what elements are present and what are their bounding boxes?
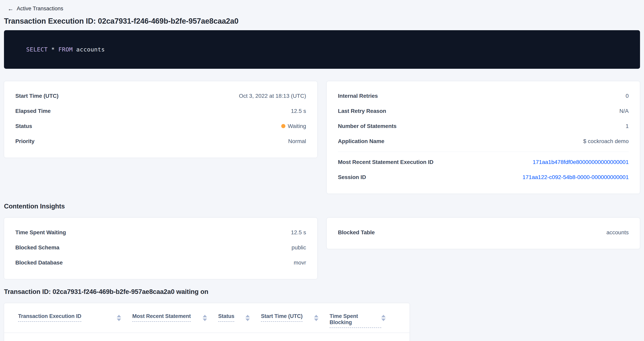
column-header-status[interactable]: Status	[218, 303, 261, 333]
row-value: 1	[626, 123, 629, 129]
row-label: Elapsed Time	[15, 108, 51, 114]
summary-row-statement-execution-id: Most Recent Statement Execution ID 171aa…	[338, 155, 629, 170]
summary-cards-row: Start Time (UTC) Oct 3, 2022 at 18:13 (U…	[4, 81, 640, 194]
column-header-transaction-execution-id[interactable]: Transaction Execution ID	[18, 303, 132, 333]
row-label: Time Spent Waiting	[15, 229, 66, 236]
sort-icon	[246, 315, 250, 321]
contention-left-card: Time Spent Waiting 12.5 s Blocked Schema…	[4, 218, 318, 279]
row-label: Blocked Schema	[15, 244, 59, 251]
contention-row-blocked-database: Blocked Database movr	[15, 255, 306, 270]
row-value: 0	[626, 93, 629, 99]
row-label: Application Name	[338, 138, 384, 144]
column-label: Time Spent Blocking	[330, 313, 381, 328]
table-header-row: Transaction Execution ID Most Recent Sta…	[4, 303, 410, 333]
row-label: Session ID	[338, 174, 366, 180]
summary-row-priority: Priority Normal	[15, 134, 306, 149]
column-label: Transaction Execution ID	[18, 313, 81, 322]
column-label: Status	[218, 313, 234, 322]
column-label: Start Time (UTC)	[261, 313, 302, 322]
summary-row-start-time: Start Time (UTC) Oct 3, 2022 at 18:13 (U…	[15, 88, 306, 103]
statement-execution-id-link[interactable]: 171aa1b478fdf0e80000000000000001	[532, 159, 629, 165]
column-header-start-time[interactable]: Start Time (UTC)	[261, 303, 330, 333]
back-arrow-icon: ←	[8, 6, 14, 12]
back-link-label: Active Transactions	[17, 5, 63, 12]
row-value: public	[292, 244, 306, 251]
transaction-summary-card: Start Time (UTC) Oct 3, 2022 at 18:13 (U…	[4, 81, 318, 158]
row-label: Last Retry Reason	[338, 108, 386, 114]
row-label: Most Recent Statement Execution ID	[338, 159, 434, 165]
contention-row-time-spent-waiting: Time Spent Waiting 12.5 s	[15, 225, 306, 240]
transaction-details-page: ← Active Transactions Transaction Execut…	[0, 0, 644, 341]
sql-statement-box: SELECT * FROM accounts	[4, 30, 640, 69]
cell-time-spent-blocking: 12.5 s	[330, 333, 397, 341]
card-divider	[338, 152, 629, 152]
column-label: Most Recent Statement	[132, 313, 191, 322]
row-label: Priority	[15, 138, 34, 144]
sort-icon	[203, 315, 207, 321]
summary-row-last-retry-reason: Last Retry Reason N/A	[338, 103, 629, 119]
summary-row-number-of-statements: Number of Statements 1	[338, 119, 629, 134]
contention-row-blocked-table: Blocked Table accounts	[338, 225, 629, 240]
sql-keyword: FROM	[58, 46, 73, 53]
row-label: Status	[15, 123, 32, 129]
waiting-on-table: Transaction Execution ID Most Recent Sta…	[4, 303, 410, 341]
column-header-time-spent-blocking[interactable]: Time Spent Blocking	[330, 303, 397, 333]
contention-row-blocked-schema: Blocked Schema public	[15, 240, 306, 255]
sql-text: accounts	[72, 46, 105, 53]
column-header-most-recent-statement[interactable]: Most Recent Statement	[132, 303, 218, 333]
summary-row-internal-retries: Internal Retries 0	[338, 88, 629, 103]
row-value: accounts	[606, 229, 629, 236]
row-value: Oct 3, 2022 at 18:13 (UTC)	[239, 93, 306, 99]
back-to-active-transactions-link[interactable]: ← Active Transactions	[8, 5, 63, 12]
summary-row-status: Status Waiting	[15, 119, 306, 134]
contention-insights-heading: Contention Insights	[4, 203, 640, 210]
waiting-status-dot-icon	[281, 124, 286, 128]
contention-right-card: Blocked Table accounts	[326, 218, 640, 249]
row-label: Internal Retries	[338, 93, 378, 99]
status-value: Waiting	[281, 123, 306, 129]
sql-text: *	[48, 46, 58, 53]
sort-icon	[381, 315, 386, 321]
cell-most-recent-statement: SHOW database	[132, 333, 218, 341]
summary-row-application-name: Application Name $ cockroach demo	[338, 134, 629, 149]
row-value: movr	[294, 260, 306, 266]
row-value: N/A	[619, 108, 629, 114]
row-value: Normal	[288, 138, 306, 144]
waiting-on-heading: Transaction ID: 02ca7931-f246-469b-b2fe-…	[4, 288, 640, 296]
row-label: Blocked Database	[15, 260, 63, 266]
table-row: b8d7d03a-d497-446b-8474-e50846674768 SHO…	[4, 333, 410, 341]
summary-row-session-id: Session ID 171aa122-c092-54b8-0000-00000…	[338, 170, 629, 185]
contention-cards-row: Time Spent Waiting 12.5 s Blocked Schema…	[4, 218, 640, 279]
row-label: Start Time (UTC)	[15, 93, 58, 99]
session-id-link[interactable]: 171aa122-c092-54b8-0000-000000000001	[522, 174, 629, 180]
summary-row-elapsed-time: Elapsed Time 12.5 s	[15, 103, 306, 119]
row-label: Number of Statements	[338, 123, 396, 129]
sort-icon	[314, 315, 318, 321]
cell-transaction-execution-id: b8d7d03a-d497-446b-8474-e50846674768	[18, 333, 132, 341]
cell-status: Executing	[218, 333, 261, 341]
row-label: Blocked Table	[338, 229, 375, 236]
sort-icon	[117, 315, 121, 321]
page-title: Transaction Execution ID: 02ca7931-f246-…	[4, 17, 640, 25]
row-value: $ cockroach demo	[583, 138, 629, 144]
execution-summary-card: Internal Retries 0 Last Retry Reason N/A…	[326, 81, 640, 194]
sql-keyword: SELECT	[26, 46, 48, 53]
cell-start-time: Oct 03, 2022 at 18:12	[261, 333, 330, 341]
row-value: 12.5 s	[291, 108, 306, 114]
row-value: 12.5 s	[291, 229, 306, 236]
status-text: Waiting	[288, 123, 306, 129]
